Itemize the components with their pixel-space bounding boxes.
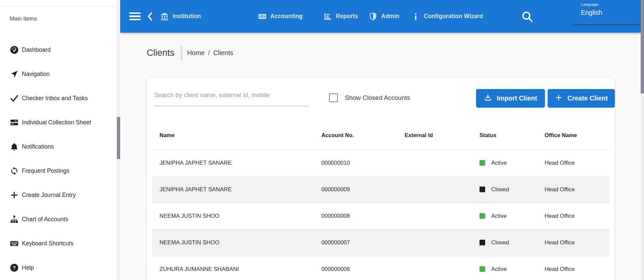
sidebar-item-dashboard[interactable]: Dashboard (0, 38, 117, 62)
dashboard-gauge-icon (10, 45, 19, 54)
sidebar-item-list: DashboardNavigationChecker Inbox and Tas… (0, 38, 117, 280)
table-row[interactable]: ZUHURA JUMANNE SHABANI000000006ActiveHea… (152, 256, 609, 280)
status-closed-indicator-icon (479, 240, 485, 245)
external-id-cell (405, 256, 479, 280)
external-id-cell (405, 150, 479, 176)
page-scrollbar[interactable] (641, 0, 644, 280)
sync-icon (10, 166, 19, 175)
top-navbar: InstitutionAccountingReportsAdminConfigu… (120, 0, 641, 33)
plus-icon (555, 93, 563, 103)
help-circle-icon: ? (10, 263, 19, 272)
sidebar-scrollbar-thumb[interactable] (117, 117, 120, 159)
nav-item-admin[interactable]: Admin (369, 0, 399, 33)
sidebar-item-notifications[interactable]: Notifications (0, 134, 117, 159)
nav-item-institution[interactable]: Institution (160, 0, 201, 33)
main-content: Clients Home / Clients Show Closed Accou… (120, 33, 641, 280)
status-cell: Active (479, 203, 545, 229)
account-no-cell: 000000009 (321, 176, 405, 203)
show-closed-accounts-checkbox[interactable] (329, 93, 338, 102)
table-row[interactable]: NEEMA JUSTIN SHOO000000007ClosedHead Off… (152, 229, 609, 256)
sidebar-item-label: Help (22, 264, 34, 271)
clients-table: NameAccount No.External IdStatusOffice N… (152, 121, 609, 280)
breadcrumb-home-link[interactable]: Home (187, 49, 205, 57)
sidebar-scrollbar[interactable] (117, 0, 120, 280)
client-search-field (154, 84, 309, 106)
account-no-cell: 000000010 (321, 150, 405, 176)
language-select-label: Language (581, 2, 598, 6)
status-active-indicator-icon (479, 266, 485, 272)
svg-text:?: ? (13, 265, 16, 270)
sidebar-item-help[interactable]: ?Help (0, 255, 117, 280)
reports-chart-icon (323, 12, 332, 21)
sidebar-item-label: Individual Collection Sheet (22, 119, 91, 126)
breadcrumb-current: Clients (213, 49, 233, 57)
client-name-cell: JENIPHA JAPHET SANARE (152, 176, 321, 203)
language-select-underline (572, 25, 641, 25)
table-row[interactable]: JENIPHA JAPHET SANARE000000009ClosedHead… (152, 176, 609, 203)
sidebar-item-navigation[interactable]: Navigation (0, 62, 117, 86)
bell-icon (10, 142, 19, 151)
table-row[interactable]: JENIPHA JAPHET SANARE000000010ActiveHead… (152, 150, 609, 176)
account-no-cell: 000000006 (321, 256, 405, 280)
sidebar-item-checker-inbox-and-tasks[interactable]: Checker Inbox and Tasks (0, 86, 117, 110)
table-row[interactable]: NEEMA JUSTIN SHOO000000008ActiveHead Off… (152, 203, 609, 229)
sidebar-item-individual-collection-sheet[interactable]: Individual Collection Sheet (0, 110, 117, 134)
hamburger-menu-icon[interactable] (129, 0, 141, 33)
back-chevron-icon[interactable] (146, 0, 156, 33)
nav-item-label: Accounting (270, 13, 303, 20)
status-cell: Active (479, 256, 545, 280)
language-select-value[interactable]: English (581, 9, 602, 16)
sidebar-item-label: Navigation (22, 71, 50, 78)
column-header-status: Status (479, 121, 545, 150)
office-name-cell: Head Office (545, 256, 609, 280)
clients-page: Main Items DashboardNavigationChecker In… (0, 0, 644, 280)
sidebar-item-label: Notifications (22, 143, 54, 150)
navigation-arrow-icon (10, 70, 19, 79)
language-select[interactable]: Language English (572, 0, 641, 25)
status-cell: Closed (479, 176, 545, 203)
download-icon (484, 93, 492, 103)
column-header-name: Name (152, 121, 321, 150)
external-id-cell (405, 203, 479, 229)
clients-table-wrap: NameAccount No.External IdStatusOffice N… (152, 121, 609, 280)
sidebar: Main Items DashboardNavigationChecker In… (0, 0, 117, 280)
status-cell: Active (479, 150, 545, 176)
sitemap-icon (10, 215, 19, 224)
clients-card: Show Closed Accounts Import Client Creat… (147, 78, 615, 280)
accounting-money-icon (258, 12, 267, 21)
account-no-cell: 000000008 (321, 203, 405, 229)
sidebar-item-chart-of-accounts[interactable]: Chart of Accounts (0, 207, 117, 231)
sidebar-item-keyboard-shortcuts[interactable]: Keyboard Shortcuts (0, 231, 117, 255)
nav-item-accounting[interactable]: Accounting (258, 0, 303, 33)
status-closed-indicator-icon (479, 187, 485, 192)
nav-item-configuration-wizard[interactable]: Configuration Wizard (411, 0, 483, 33)
breadcrumb: Home / Clients (187, 49, 233, 57)
page-scrollbar-thumb[interactable] (641, 0, 644, 93)
create-client-button[interactable]: Create Client (548, 89, 615, 108)
status-label: Active (491, 160, 507, 166)
external-id-cell (405, 229, 479, 256)
sidebar-item-label: Dashboard (22, 46, 51, 53)
import-client-button[interactable]: Import Client (476, 89, 545, 108)
client-search-input[interactable] (154, 84, 309, 106)
breadcrumb-separator: / (208, 49, 210, 57)
client-name-cell: NEEMA JUSTIN SHOO (152, 203, 321, 229)
sidebar-item-create-journal-entry[interactable]: Create Journal Entry (0, 183, 117, 207)
status-active-indicator-icon (479, 213, 485, 219)
column-header-account-no-: Account No. (321, 121, 405, 150)
nav-item-reports[interactable]: Reports (323, 0, 358, 33)
sidebar-item-label: Chart of Accounts (22, 216, 68, 223)
office-name-cell: Head Office (545, 203, 609, 229)
status-label: Closed (491, 186, 509, 193)
office-name-cell: Head Office (545, 176, 609, 203)
sidebar-item-label: Create Journal Entry (22, 192, 76, 199)
admin-shield-icon (369, 12, 377, 21)
sidebar-item-frequent-postings[interactable]: Frequent Postings (0, 159, 117, 183)
column-header-office-name: Office Name (545, 121, 609, 150)
nav-item-label: Admin (381, 13, 399, 20)
create-client-label: Create Client (567, 94, 608, 102)
status-label: Active (491, 213, 507, 219)
import-client-label: Import Client (497, 94, 537, 102)
plus-icon (10, 191, 19, 200)
search-icon[interactable] (521, 0, 534, 33)
